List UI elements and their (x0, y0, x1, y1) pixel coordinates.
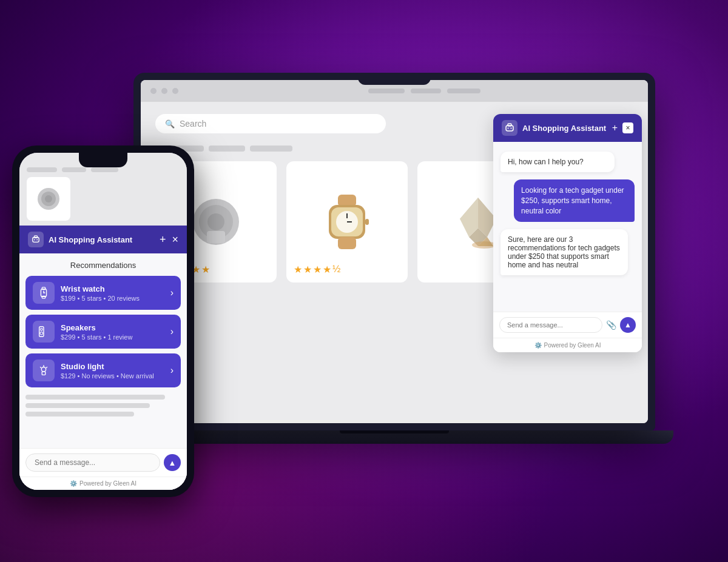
chat-body-desktop: Hi, how can I help you? Looking for a te… (493, 142, 642, 312)
svg-rect-26 (34, 236, 37, 238)
phone-send-btn[interactable]: ▲ (164, 454, 181, 471)
rec-info-watch: Wrist watch $199 • 5 stars • 20 reviews (61, 284, 164, 302)
chat-input-row-desktop: 📎 ▲ (493, 312, 642, 338)
chat-plus-btn-desktop[interactable]: + (612, 122, 618, 133)
rec-arrow-speakers: › (170, 326, 174, 337)
phone-close-btn[interactable]: × (172, 233, 178, 246)
phone-chat-header-right: + × (160, 233, 178, 246)
chat-message-sent-1: Looking for a tech gadget under $250, su… (514, 179, 635, 222)
chat-widget-desktop: AI Shopping Assistant + × Hi, how can I … (493, 114, 642, 352)
phone-notch (79, 153, 127, 167)
svg-rect-38 (42, 372, 46, 375)
phone-chat-header-left: AI Shopping Assistant (28, 232, 132, 247)
svg-point-28 (36, 239, 38, 241)
svg-rect-30 (42, 287, 46, 290)
laptop-notch (358, 73, 431, 85)
svg-point-36 (40, 332, 43, 335)
svg-rect-19 (508, 124, 511, 126)
svg-line-40 (46, 367, 47, 368)
chat-input-desktop[interactable] (499, 317, 602, 333)
svg-point-20 (508, 128, 509, 129)
phone-product-1 (27, 177, 70, 221)
chat-title-desktop: AI Shopping Assistant (522, 124, 606, 133)
svg-point-24 (45, 195, 52, 202)
laptop-hinge (340, 430, 449, 433)
phone-chat: AI Shopping Assistant + × Recommendation… (19, 226, 187, 490)
phone-screen: AI Shopping Assistant + × Recommendation… (19, 153, 187, 490)
rec-card-watch[interactable]: Wrist watch $199 • 5 stars • 20 reviews … (25, 276, 181, 310)
svg-rect-31 (42, 296, 46, 299)
search-placeholder: Search (180, 119, 206, 129)
rec-details-watch: $199 • 5 stars • 20 reviews (61, 295, 164, 302)
phone-screen-inner: AI Shopping Assistant + × Recommendation… (19, 153, 187, 490)
product-card-watch[interactable]: ★ ★ ★ ★ ½ (286, 161, 408, 283)
rec-icon-studio-light (33, 360, 55, 381)
svg-rect-3 (207, 231, 225, 243)
rec-arrow-watch: › (170, 287, 174, 298)
svg-point-2 (207, 213, 224, 230)
topbar-dot-1 (150, 88, 157, 94)
phone-plus-btn[interactable]: + (160, 233, 166, 246)
chat-send-btn-desktop[interactable]: ▲ (620, 317, 636, 333)
svg-rect-11 (365, 219, 369, 225)
phone-body: AI Shopping Assistant + × Recommendation… (12, 146, 194, 497)
rec-title-studio-light: Studio light (61, 362, 164, 371)
topbar-dot-2 (161, 88, 167, 94)
svg-line-41 (41, 367, 41, 368)
chat-header-desktop: AI Shopping Assistant + × (493, 114, 642, 142)
phone-input-area: ▲ (19, 448, 187, 477)
chat-message-received-1: Hi, how can I help you? (500, 152, 615, 172)
laptop-body: 🔍 Search (133, 73, 655, 430)
recommendations-label: Recommendations (25, 261, 181, 270)
rec-details-studio-light: $129 • No reviews • New arrival (61, 372, 164, 380)
chat-header-left: AI Shopping Assistant (502, 120, 606, 136)
rec-card-studio-light[interactable]: Studio light $129 • No reviews • New arr… (25, 353, 181, 387)
phone-chat-header: AI Shopping Assistant + × (19, 226, 187, 253)
chat-message-received-2: Sure, here are our 3 recommendations for… (500, 229, 628, 275)
rec-icon-watch (33, 282, 55, 304)
phone-chat-body: Recommendations (19, 253, 187, 448)
phone-powered-icon: ⚙️ (70, 480, 77, 487)
laptop-screen: 🔍 Search (141, 80, 648, 423)
svg-point-27 (34, 239, 35, 241)
chat-powered-desktop: ⚙️ Powered by Gleen AI (493, 338, 642, 352)
watch-image (317, 192, 377, 252)
svg-point-35 (41, 329, 43, 331)
chat-close-btn-desktop[interactable]: × (622, 122, 633, 133)
search-bar[interactable]: 🔍 Search (155, 114, 386, 133)
phone-device: AI Shopping Assistant + × Recommendation… (12, 146, 200, 497)
svg-point-21 (511, 128, 512, 129)
rec-card-speakers[interactable]: Speakers $299 • 5 stars • 1 review › (25, 315, 181, 349)
svg-point-37 (41, 367, 46, 372)
rec-title-watch: Wrist watch (61, 284, 164, 293)
rec-details-speakers: $299 • 5 stars • 1 review (61, 333, 164, 341)
search-icon: 🔍 (165, 119, 175, 129)
phone-input-row: ▲ (25, 453, 181, 472)
rec-title-speakers: Speakers (61, 323, 164, 332)
rec-arrow-studio-light: › (170, 365, 174, 376)
laptop-device: 🔍 Search (133, 73, 655, 473)
chat-header-right: + × (612, 122, 633, 133)
phone-chat-title: AI Shopping Assistant (49, 235, 132, 244)
phone-bot-icon (28, 232, 44, 247)
phone-powered: ⚙️ Powered by Gleen AI (19, 477, 187, 490)
rec-icon-speakers (33, 321, 55, 343)
rating-watch: ★ ★ ★ ★ ½ (294, 264, 340, 275)
phone-chat-input[interactable] (25, 453, 160, 472)
svg-rect-10 (338, 237, 356, 249)
rec-info-speakers: Speakers $299 • 5 stars • 1 review (61, 323, 164, 341)
chat-attach-icon[interactable]: 📎 (606, 320, 616, 330)
topbar-dot-3 (172, 88, 178, 94)
chat-bot-icon-desktop (502, 120, 517, 136)
powered-icon-desktop: ⚙️ (534, 342, 542, 349)
rec-info-studio-light: Studio light $129 • No reviews • New arr… (61, 362, 164, 380)
